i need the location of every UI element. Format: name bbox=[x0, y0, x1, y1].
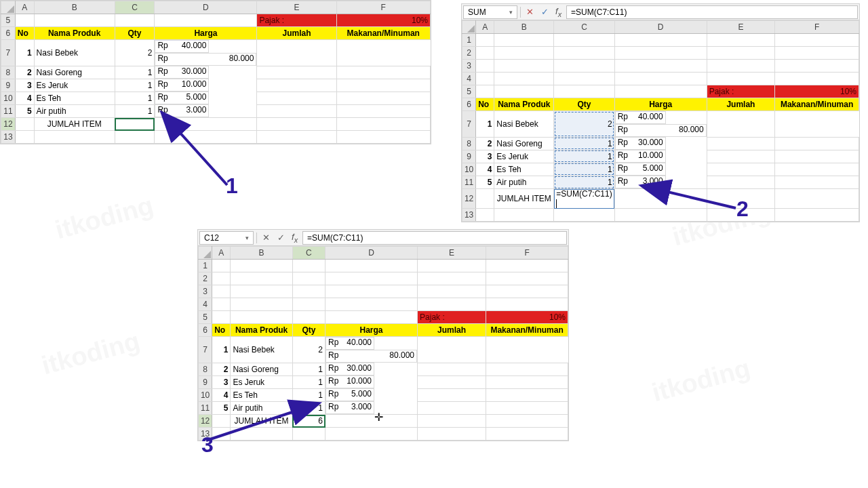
item-harga[interactable]: Rp30.000 bbox=[326, 363, 374, 375]
cell[interactable] bbox=[418, 401, 486, 415]
cell[interactable] bbox=[554, 85, 614, 98]
jumlah-item-label[interactable]: JUMLAH ITEM bbox=[231, 415, 292, 428]
row-header-3[interactable]: 3 bbox=[462, 60, 476, 73]
cell[interactable] bbox=[292, 272, 325, 285]
item-harga[interactable]: Rp10.000 bbox=[155, 79, 209, 92]
item-no[interactable]: 5 bbox=[212, 401, 231, 415]
cell[interactable] bbox=[326, 260, 418, 272]
cell[interactable] bbox=[418, 260, 486, 272]
cell[interactable] bbox=[476, 34, 494, 47]
cell[interactable] bbox=[614, 209, 707, 222]
item-qty[interactable]: 1 bbox=[554, 150, 614, 163]
header-qty[interactable]: Qty bbox=[292, 324, 325, 337]
formula-input[interactable]: =SUM(C7:C11) bbox=[302, 231, 567, 245]
column-header-A[interactable]: A bbox=[212, 247, 231, 260]
column-header-F[interactable]: F bbox=[336, 1, 430, 14]
tax-label[interactable]: Pajak : bbox=[707, 85, 775, 98]
cell[interactable] bbox=[336, 131, 430, 144]
item-no[interactable]: 4 bbox=[212, 388, 231, 401]
item-qty[interactable]: 1 bbox=[115, 92, 155, 104]
row-header-3[interactable]: 3 bbox=[199, 285, 212, 298]
accept-formula-icon[interactable]: ✓ bbox=[537, 7, 552, 17]
cell[interactable] bbox=[231, 311, 292, 324]
chevron-down-icon[interactable]: ▾ bbox=[509, 9, 513, 16]
cell[interactable] bbox=[115, 14, 155, 27]
row-header-9[interactable]: 9 bbox=[462, 150, 476, 163]
tax-label[interactable]: Pajak : bbox=[418, 311, 486, 324]
column-header-D[interactable]: D bbox=[326, 247, 418, 260]
cell[interactable] bbox=[494, 73, 554, 85]
column-header-C[interactable]: C bbox=[554, 21, 614, 34]
cell[interactable] bbox=[476, 47, 494, 60]
cell[interactable] bbox=[775, 137, 859, 150]
cell[interactable] bbox=[494, 34, 554, 47]
item-nama[interactable]: Nasi Bebek bbox=[231, 337, 292, 363]
cell[interactable] bbox=[614, 85, 707, 98]
item-nama[interactable]: Nasi Goreng bbox=[494, 137, 554, 150]
item-harga[interactable]: Rp30.000 bbox=[615, 137, 666, 150]
item-nama[interactable]: Es Teh bbox=[34, 92, 115, 104]
column-header-E[interactable]: E bbox=[418, 247, 486, 260]
row-header-8[interactable]: 8 bbox=[199, 363, 212, 375]
item-jumlah[interactable]: Rp80.000 bbox=[615, 124, 707, 137]
cell[interactable] bbox=[486, 272, 568, 285]
cell[interactable] bbox=[486, 415, 568, 428]
cell[interactable] bbox=[257, 118, 336, 131]
cell[interactable] bbox=[418, 363, 486, 375]
cell[interactable] bbox=[486, 260, 568, 272]
cell[interactable] bbox=[554, 209, 614, 222]
column-header-B[interactable]: B bbox=[34, 1, 115, 14]
item-harga[interactable]: Rp30.000 bbox=[155, 66, 209, 79]
cell[interactable] bbox=[775, 47, 859, 60]
item-no[interactable]: 4 bbox=[15, 92, 34, 104]
cell[interactable] bbox=[336, 79, 430, 92]
cell[interactable] bbox=[707, 47, 775, 60]
item-jumlah[interactable]: Rp80.000 bbox=[155, 53, 256, 66]
cell[interactable] bbox=[231, 260, 292, 272]
item-nama[interactable]: Es Teh bbox=[494, 163, 554, 176]
cell[interactable] bbox=[292, 298, 325, 311]
item-qty[interactable]: 1 bbox=[554, 163, 614, 176]
row-header-5[interactable]: 5 bbox=[1, 14, 16, 27]
cell[interactable] bbox=[292, 311, 325, 324]
item-harga[interactable]: Rp10.000 bbox=[615, 150, 666, 163]
header-no[interactable]: No bbox=[212, 324, 231, 337]
row-header-10[interactable]: 10 bbox=[462, 163, 476, 176]
item-harga[interactable]: Rp40.000 bbox=[155, 40, 209, 53]
item-qty[interactable]: 1 bbox=[292, 375, 325, 388]
cell[interactable] bbox=[614, 189, 707, 209]
cell[interactable] bbox=[707, 60, 775, 73]
header-makmin[interactable]: Makanan/Minuman bbox=[775, 98, 859, 111]
header-nama[interactable]: Nama Produk bbox=[231, 324, 292, 337]
cell[interactable] bbox=[155, 14, 257, 27]
row-header-6[interactable]: 6 bbox=[199, 324, 212, 337]
cell[interactable] bbox=[336, 104, 430, 118]
cell[interactable] bbox=[257, 79, 336, 92]
cell[interactable] bbox=[614, 34, 707, 47]
item-no[interactable]: 3 bbox=[476, 150, 494, 163]
cell[interactable] bbox=[292, 428, 325, 441]
fx-icon[interactable]: fx bbox=[552, 6, 565, 18]
item-no[interactable]: 3 bbox=[15, 79, 34, 92]
cell[interactable] bbox=[212, 260, 231, 272]
cell[interactable] bbox=[231, 298, 292, 311]
row-header-2[interactable]: 2 bbox=[199, 272, 212, 285]
tax-label[interactable]: Pajak : bbox=[257, 14, 336, 27]
item-no[interactable]: 5 bbox=[15, 104, 34, 118]
cell[interactable] bbox=[707, 111, 775, 138]
cell[interactable] bbox=[155, 118, 257, 131]
cancel-formula-icon[interactable]: ✕ bbox=[258, 232, 273, 243]
cell[interactable] bbox=[494, 60, 554, 73]
cell[interactable] bbox=[326, 298, 418, 311]
cell[interactable] bbox=[775, 176, 859, 189]
header-harga[interactable]: Harga bbox=[326, 324, 418, 337]
column-header-D[interactable]: D bbox=[614, 21, 707, 34]
cell[interactable] bbox=[775, 73, 859, 85]
item-harga[interactable]: Rp3.000 bbox=[155, 104, 209, 117]
row-header-7[interactable]: 7 bbox=[462, 111, 476, 138]
item-nama[interactable]: Air putih bbox=[231, 401, 292, 415]
row-header-9[interactable]: 9 bbox=[1, 79, 16, 92]
cell[interactable] bbox=[292, 260, 325, 272]
header-no[interactable]: No bbox=[15, 27, 34, 40]
item-no[interactable]: 1 bbox=[212, 337, 231, 363]
